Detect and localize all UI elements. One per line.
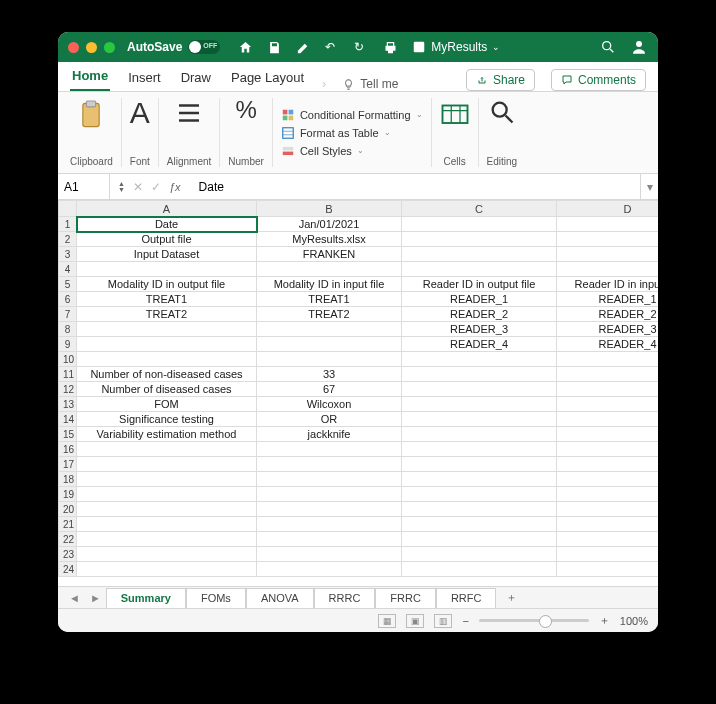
- name-box[interactable]: A1: [58, 174, 110, 199]
- cell-B23[interactable]: [257, 547, 402, 562]
- cell-C9[interactable]: READER_4: [402, 337, 557, 352]
- cell-D9[interactable]: READER_4: [557, 337, 659, 352]
- cell-B21[interactable]: [257, 517, 402, 532]
- cell-B19[interactable]: [257, 487, 402, 502]
- row-header-19[interactable]: 19: [59, 487, 77, 502]
- edit-icon[interactable]: [296, 40, 311, 55]
- cell-A24[interactable]: [77, 562, 257, 577]
- cell-B7[interactable]: TREAT2: [257, 307, 402, 322]
- cell-C22[interactable]: [402, 532, 557, 547]
- row-header-11[interactable]: 11: [59, 367, 77, 382]
- redo-icon[interactable]: ↻: [354, 40, 369, 55]
- cell-C10[interactable]: [402, 352, 557, 367]
- cell-styles[interactable]: Cell Styles⌄: [281, 144, 423, 158]
- sheet-tab-frrc[interactable]: FRRC: [375, 588, 436, 609]
- cell-C7[interactable]: READER_2: [402, 307, 557, 322]
- zoom-out[interactable]: −: [462, 615, 468, 627]
- sheet-tab-anova[interactable]: ANOVA: [246, 588, 314, 609]
- fx-icon[interactable]: ƒx: [169, 181, 181, 193]
- cell-A1[interactable]: Date: [77, 217, 257, 232]
- row-header-1[interactable]: 1: [59, 217, 77, 232]
- cell-B6[interactable]: TREAT1: [257, 292, 402, 307]
- cell-C16[interactable]: [402, 442, 557, 457]
- cell-B18[interactable]: [257, 472, 402, 487]
- cell-B2[interactable]: MyResults.xlsx: [257, 232, 402, 247]
- name-box-dropdown[interactable]: ▲▼: [118, 181, 125, 193]
- zoom-in[interactable]: ＋: [599, 613, 610, 628]
- group-clipboard[interactable]: Clipboard: [64, 96, 119, 169]
- row-header-22[interactable]: 22: [59, 532, 77, 547]
- cell-D7[interactable]: READER_2: [557, 307, 659, 322]
- row-header-20[interactable]: 20: [59, 502, 77, 517]
- group-editing[interactable]: Editing: [481, 96, 524, 169]
- row-header-16[interactable]: 16: [59, 442, 77, 457]
- view-page-layout[interactable]: ▣: [406, 614, 424, 628]
- cell-A2[interactable]: Output file: [77, 232, 257, 247]
- row-header-12[interactable]: 12: [59, 382, 77, 397]
- cell-D12[interactable]: [557, 382, 659, 397]
- cell-B11[interactable]: 33: [257, 367, 402, 382]
- zoom-button[interactable]: [104, 42, 115, 53]
- home-icon[interactable]: [238, 40, 253, 55]
- row-header-21[interactable]: 21: [59, 517, 77, 532]
- cell-B16[interactable]: [257, 442, 402, 457]
- expand-formula-bar[interactable]: ▾: [640, 174, 658, 199]
- zoom-slider[interactable]: [479, 619, 589, 622]
- cell-D16[interactable]: [557, 442, 659, 457]
- cell-B14[interactable]: OR: [257, 412, 402, 427]
- cell-A11[interactable]: Number of non-diseased cases: [77, 367, 257, 382]
- cell-A3[interactable]: Input Dataset: [77, 247, 257, 262]
- cell-B3[interactable]: FRANKEN: [257, 247, 402, 262]
- cell-A15[interactable]: Variability estimation method: [77, 427, 257, 442]
- cell-A6[interactable]: TREAT1: [77, 292, 257, 307]
- add-sheet[interactable]: ＋: [496, 590, 527, 605]
- close-button[interactable]: [68, 42, 79, 53]
- cell-C2[interactable]: [402, 232, 557, 247]
- cell-C8[interactable]: READER_3: [402, 322, 557, 337]
- cell-C3[interactable]: [402, 247, 557, 262]
- cell-B4[interactable]: [257, 262, 402, 277]
- cell-C21[interactable]: [402, 517, 557, 532]
- cell-D15[interactable]: [557, 427, 659, 442]
- row-header-9[interactable]: 9: [59, 337, 77, 352]
- tab-draw[interactable]: Draw: [179, 64, 213, 91]
- row-header-3[interactable]: 3: [59, 247, 77, 262]
- cell-D21[interactable]: [557, 517, 659, 532]
- cell-D6[interactable]: READER_1: [557, 292, 659, 307]
- sheet-tab-rrrc[interactable]: RRRC: [314, 588, 376, 609]
- tab-page-layout[interactable]: Page Layout: [229, 64, 306, 91]
- cell-C13[interactable]: [402, 397, 557, 412]
- cell-D17[interactable]: [557, 457, 659, 472]
- cell-C20[interactable]: [402, 502, 557, 517]
- cell-A22[interactable]: [77, 532, 257, 547]
- zoom-level[interactable]: 100%: [620, 615, 648, 627]
- row-header-5[interactable]: 5: [59, 277, 77, 292]
- cell-A16[interactable]: [77, 442, 257, 457]
- cell-C4[interactable]: [402, 262, 557, 277]
- cancel-icon[interactable]: ✕: [133, 180, 143, 194]
- cell-C19[interactable]: [402, 487, 557, 502]
- cell-D1[interactable]: [557, 217, 659, 232]
- row-header-4[interactable]: 4: [59, 262, 77, 277]
- cell-C6[interactable]: READER_1: [402, 292, 557, 307]
- sheet-nav-prev[interactable]: ◄: [64, 592, 85, 604]
- cell-A20[interactable]: [77, 502, 257, 517]
- conditional-formatting[interactable]: Conditional Formatting⌄: [281, 108, 423, 122]
- cell-B5[interactable]: Modality ID in input file: [257, 277, 402, 292]
- view-normal[interactable]: ▦: [378, 614, 396, 628]
- cell-A17[interactable]: [77, 457, 257, 472]
- cell-D24[interactable]: [557, 562, 659, 577]
- cell-D19[interactable]: [557, 487, 659, 502]
- cell-A9[interactable]: [77, 337, 257, 352]
- search-icon[interactable]: [600, 39, 616, 55]
- row-header-14[interactable]: 14: [59, 412, 77, 427]
- row-header-13[interactable]: 13: [59, 397, 77, 412]
- cell-C5[interactable]: Reader ID in output file: [402, 277, 557, 292]
- select-all[interactable]: [59, 201, 77, 217]
- tab-insert[interactable]: Insert: [126, 64, 163, 91]
- cell-C11[interactable]: [402, 367, 557, 382]
- cell-A13[interactable]: FOM: [77, 397, 257, 412]
- group-alignment[interactable]: Alignment: [161, 96, 217, 169]
- cell-B1[interactable]: Jan/01/2021: [257, 217, 402, 232]
- document-title[interactable]: MyResults ⌄: [412, 40, 500, 54]
